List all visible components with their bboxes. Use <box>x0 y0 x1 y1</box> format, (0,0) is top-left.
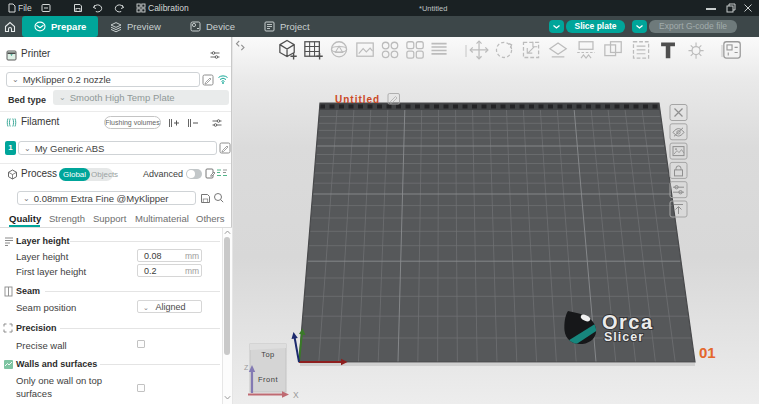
svg-text:Slicer: Slicer <box>604 330 644 344</box>
svg-text:Top: Top <box>261 350 275 359</box>
svg-text:X: X <box>293 390 299 400</box>
svg-text:Front: Front <box>258 375 278 384</box>
svg-text:Z: Z <box>244 364 249 371</box>
svg-text:Untitled: Untitled <box>335 94 380 105</box>
svg-text:01: 01 <box>699 344 716 361</box>
